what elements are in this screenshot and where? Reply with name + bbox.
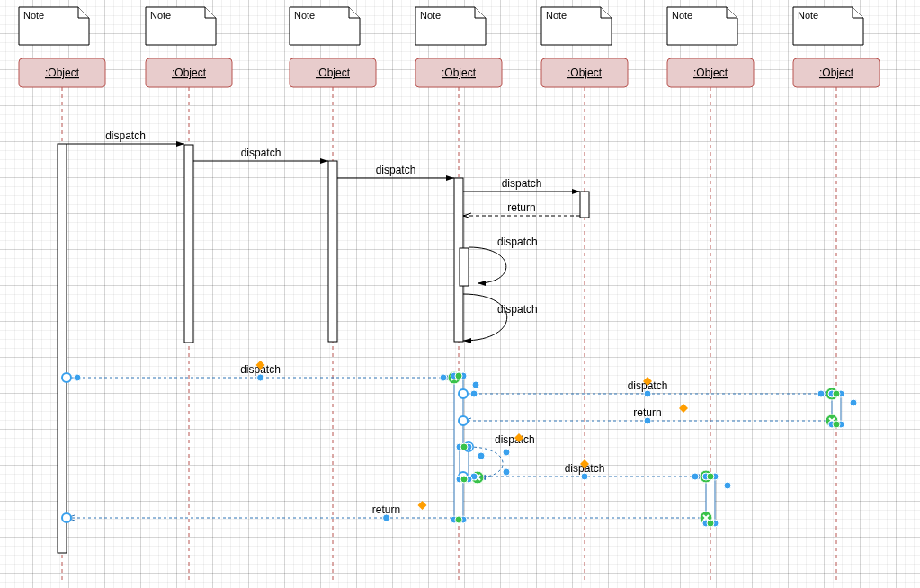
selection-handle[interactable] (833, 390, 840, 397)
selection-handle[interactable] (692, 473, 699, 480)
waypoint-diamond[interactable] (418, 501, 427, 510)
selection-handle[interactable] (440, 374, 447, 381)
object-label: :Object (567, 67, 603, 79)
message-self[interactable] (469, 247, 506, 283)
selection-handle[interactable] (383, 514, 390, 521)
endpoint-circle[interactable] (62, 373, 71, 382)
note-text: Note (546, 10, 567, 21)
message-label: return (507, 201, 535, 214)
selection-handle[interactable] (257, 374, 264, 381)
selection-handle[interactable] (644, 417, 651, 424)
endpoint-circle[interactable] (62, 513, 71, 522)
object-label: :Object (819, 67, 854, 79)
message-label: dispatch (495, 433, 535, 446)
message-self[interactable] (463, 294, 507, 341)
note-text: Note (23, 10, 44, 21)
selection-handle[interactable] (460, 443, 468, 450)
message-label: dispatch (497, 236, 538, 248)
waypoint-diamond[interactable] (679, 404, 688, 413)
selection-handle[interactable] (724, 482, 731, 489)
selection-handle[interactable] (472, 381, 479, 388)
activation-bar[interactable] (460, 248, 469, 286)
note-text: Note (420, 10, 441, 21)
note-text: Note (294, 10, 315, 21)
object-label: :Object (45, 67, 80, 79)
message-label: dispatch (376, 164, 416, 176)
selection-handle[interactable] (581, 473, 588, 480)
endpoint-circle[interactable] (459, 416, 468, 425)
activation-bar[interactable] (580, 192, 589, 218)
selection-handle[interactable] (460, 476, 468, 483)
selection-handle[interactable] (503, 468, 510, 476)
message-label: dispatch (241, 147, 281, 159)
selection-handle[interactable] (644, 390, 651, 397)
selection-handle[interactable] (850, 399, 857, 406)
endpoint-circle[interactable] (459, 389, 468, 398)
note-text: Note (672, 10, 692, 21)
selection-handle[interactable] (455, 372, 462, 379)
object-label: :Object (693, 67, 728, 79)
selection-handle[interactable] (478, 452, 485, 459)
selection-handle[interactable] (455, 516, 462, 523)
selection-handle[interactable] (833, 421, 840, 428)
activation-bar[interactable] (328, 161, 337, 342)
message-label: dispatch (502, 177, 542, 190)
activation-bar[interactable] (58, 144, 67, 553)
selection-handle[interactable] (707, 520, 714, 527)
note-text: Note (798, 10, 818, 21)
diagram-svg[interactable]: Note:ObjectNote:ObjectNote:ObjectNote:Ob… (0, 0, 920, 588)
selection-handle[interactable] (470, 390, 478, 397)
object-label: :Object (172, 67, 207, 79)
object-label: :Object (442, 67, 477, 79)
message-label: dispatch (105, 129, 146, 142)
object-label: :Object (316, 67, 351, 79)
selection-handle[interactable] (74, 374, 81, 381)
message-label: dispatch (497, 303, 538, 316)
activation-bar[interactable] (184, 145, 193, 343)
selection-handle[interactable] (707, 473, 714, 480)
note-text: Note (150, 10, 171, 21)
selection-handle[interactable] (817, 390, 825, 397)
selection-handle[interactable] (503, 449, 510, 456)
